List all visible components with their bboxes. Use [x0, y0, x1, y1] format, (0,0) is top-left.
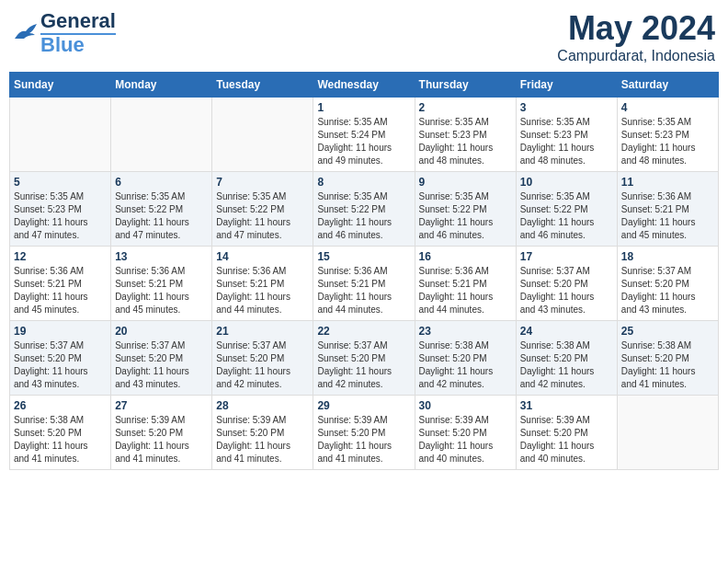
day-info: Sunrise: 5:35 AM Sunset: 5:24 PM Dayligh… [317, 116, 410, 167]
day-number: 9 [419, 176, 512, 189]
day-info: Sunrise: 5:36 AM Sunset: 5:21 PM Dayligh… [419, 265, 512, 316]
logo-icon: General Blue [13, 9, 116, 55]
title-block: May 2024 Campurdarat, Indonesia [557, 9, 715, 64]
calendar-cell: 23Sunrise: 5:38 AM Sunset: 5:20 PM Dayli… [415, 321, 516, 396]
day-number: 17 [520, 250, 613, 263]
calendar-cell: 10Sunrise: 5:35 AM Sunset: 5:22 PM Dayli… [516, 172, 617, 247]
col-thursday: Thursday [415, 73, 516, 98]
day-info: Sunrise: 5:39 AM Sunset: 5:20 PM Dayligh… [317, 414, 410, 465]
day-number: 2 [419, 101, 512, 114]
calendar-cell: 31Sunrise: 5:39 AM Sunset: 5:20 PM Dayli… [516, 396, 617, 470]
day-number: 27 [115, 399, 208, 412]
calendar-cell: 20Sunrise: 5:37 AM Sunset: 5:20 PM Dayli… [111, 321, 212, 396]
calendar-cell: 28Sunrise: 5:39 AM Sunset: 5:20 PM Dayli… [212, 396, 313, 470]
day-number: 10 [520, 176, 613, 189]
calendar-cell: 29Sunrise: 5:39 AM Sunset: 5:20 PM Dayli… [313, 396, 415, 470]
calendar-cell: 4Sunrise: 5:35 AM Sunset: 5:23 PM Daylig… [617, 98, 718, 172]
page-subtitle: Campurdarat, Indonesia [557, 48, 715, 64]
calendar-cell [111, 98, 212, 172]
calendar-cell: 9Sunrise: 5:35 AM Sunset: 5:22 PM Daylig… [415, 172, 516, 247]
logo-bird-icon [13, 22, 39, 42]
day-info: Sunrise: 5:36 AM Sunset: 5:21 PM Dayligh… [621, 190, 714, 242]
day-number: 20 [115, 325, 208, 338]
day-number: 24 [520, 325, 613, 338]
day-number: 3 [520, 101, 613, 114]
day-info: Sunrise: 5:39 AM Sunset: 5:20 PM Dayligh… [216, 414, 309, 465]
logo-text-general: General [40, 9, 116, 33]
calendar-cell: 13Sunrise: 5:36 AM Sunset: 5:21 PM Dayli… [111, 247, 212, 321]
calendar-cell: 2Sunrise: 5:35 AM Sunset: 5:23 PM Daylig… [415, 98, 516, 172]
day-number: 21 [216, 325, 309, 338]
day-info: Sunrise: 5:35 AM Sunset: 5:22 PM Dayligh… [115, 190, 208, 242]
day-info: Sunrise: 5:38 AM Sunset: 5:20 PM Dayligh… [14, 414, 107, 465]
week-row-2: 5Sunrise: 5:35 AM Sunset: 5:23 PM Daylig… [10, 172, 719, 247]
calendar-cell: 7Sunrise: 5:35 AM Sunset: 5:22 PM Daylig… [212, 172, 313, 247]
day-number: 1 [317, 101, 410, 114]
day-number: 31 [520, 399, 613, 412]
day-info: Sunrise: 5:35 AM Sunset: 5:23 PM Dayligh… [14, 190, 107, 242]
calendar-cell: 3Sunrise: 5:35 AM Sunset: 5:23 PM Daylig… [516, 98, 617, 172]
day-info: Sunrise: 5:35 AM Sunset: 5:23 PM Dayligh… [520, 116, 613, 167]
day-number: 15 [317, 250, 410, 263]
calendar-cell [617, 396, 718, 470]
day-info: Sunrise: 5:36 AM Sunset: 5:21 PM Dayligh… [317, 265, 410, 316]
day-info: Sunrise: 5:35 AM Sunset: 5:23 PM Dayligh… [621, 116, 714, 167]
page-title: May 2024 [557, 9, 715, 48]
calendar-cell: 18Sunrise: 5:37 AM Sunset: 5:20 PM Dayli… [617, 247, 718, 321]
day-info: Sunrise: 5:35 AM Sunset: 5:22 PM Dayligh… [317, 190, 410, 242]
header-row: Sunday Monday Tuesday Wednesday Thursday… [10, 73, 719, 98]
day-number: 11 [621, 176, 714, 189]
day-number: 5 [14, 176, 107, 189]
logo: General Blue [13, 9, 116, 55]
day-info: Sunrise: 5:37 AM Sunset: 5:20 PM Dayligh… [317, 339, 410, 391]
calendar-cell: 17Sunrise: 5:37 AM Sunset: 5:20 PM Dayli… [516, 247, 617, 321]
day-info: Sunrise: 5:37 AM Sunset: 5:20 PM Dayligh… [520, 265, 613, 316]
logo-text-blue: Blue [40, 33, 116, 55]
day-number: 22 [317, 325, 410, 338]
day-number: 28 [216, 399, 309, 412]
calendar-cell: 21Sunrise: 5:37 AM Sunset: 5:20 PM Dayli… [212, 321, 313, 396]
calendar-cell: 5Sunrise: 5:35 AM Sunset: 5:23 PM Daylig… [10, 172, 111, 247]
week-row-1: 1Sunrise: 5:35 AM Sunset: 5:24 PM Daylig… [10, 98, 719, 172]
day-info: Sunrise: 5:35 AM Sunset: 5:22 PM Dayligh… [520, 190, 613, 242]
day-info: Sunrise: 5:39 AM Sunset: 5:20 PM Dayligh… [520, 414, 613, 465]
day-number: 18 [621, 250, 714, 263]
col-monday: Monday [111, 73, 212, 98]
day-number: 25 [621, 325, 714, 338]
day-number: 12 [14, 250, 107, 263]
calendar-cell [10, 98, 111, 172]
col-sunday: Sunday [10, 73, 111, 98]
day-info: Sunrise: 5:36 AM Sunset: 5:21 PM Dayligh… [216, 265, 309, 316]
day-number: 16 [419, 250, 512, 263]
calendar-table: Sunday Monday Tuesday Wednesday Thursday… [9, 72, 719, 470]
day-info: Sunrise: 5:36 AM Sunset: 5:21 PM Dayligh… [14, 265, 107, 316]
day-info: Sunrise: 5:37 AM Sunset: 5:20 PM Dayligh… [14, 339, 107, 391]
day-info: Sunrise: 5:38 AM Sunset: 5:20 PM Dayligh… [419, 339, 512, 391]
day-number: 7 [216, 176, 309, 189]
calendar-cell: 1Sunrise: 5:35 AM Sunset: 5:24 PM Daylig… [313, 98, 415, 172]
day-info: Sunrise: 5:38 AM Sunset: 5:20 PM Dayligh… [621, 339, 714, 391]
week-row-3: 12Sunrise: 5:36 AM Sunset: 5:21 PM Dayli… [10, 247, 719, 321]
col-friday: Friday [516, 73, 617, 98]
day-info: Sunrise: 5:38 AM Sunset: 5:20 PM Dayligh… [520, 339, 613, 391]
day-info: Sunrise: 5:35 AM Sunset: 5:22 PM Dayligh… [419, 190, 512, 242]
calendar-cell: 25Sunrise: 5:38 AM Sunset: 5:20 PM Dayli… [617, 321, 718, 396]
calendar-cell: 11Sunrise: 5:36 AM Sunset: 5:21 PM Dayli… [617, 172, 718, 247]
day-info: Sunrise: 5:35 AM Sunset: 5:22 PM Dayligh… [216, 190, 309, 242]
day-info: Sunrise: 5:35 AM Sunset: 5:23 PM Dayligh… [419, 116, 512, 167]
calendar-cell: 15Sunrise: 5:36 AM Sunset: 5:21 PM Dayli… [313, 247, 415, 321]
calendar-cell: 12Sunrise: 5:36 AM Sunset: 5:21 PM Dayli… [10, 247, 111, 321]
day-number: 4 [621, 101, 714, 114]
week-row-5: 26Sunrise: 5:38 AM Sunset: 5:20 PM Dayli… [10, 396, 719, 470]
day-number: 29 [317, 399, 410, 412]
calendar-cell: 24Sunrise: 5:38 AM Sunset: 5:20 PM Dayli… [516, 321, 617, 396]
day-info: Sunrise: 5:39 AM Sunset: 5:20 PM Dayligh… [419, 414, 512, 465]
page-header: General Blue May 2024 Campurdarat, Indon… [9, 9, 719, 64]
day-number: 13 [115, 250, 208, 263]
calendar-cell: 8Sunrise: 5:35 AM Sunset: 5:22 PM Daylig… [313, 172, 415, 247]
day-info: Sunrise: 5:36 AM Sunset: 5:21 PM Dayligh… [115, 265, 208, 316]
col-wednesday: Wednesday [313, 73, 415, 98]
calendar-cell: 27Sunrise: 5:39 AM Sunset: 5:20 PM Dayli… [111, 396, 212, 470]
day-info: Sunrise: 5:39 AM Sunset: 5:20 PM Dayligh… [115, 414, 208, 465]
col-tuesday: Tuesday [212, 73, 313, 98]
